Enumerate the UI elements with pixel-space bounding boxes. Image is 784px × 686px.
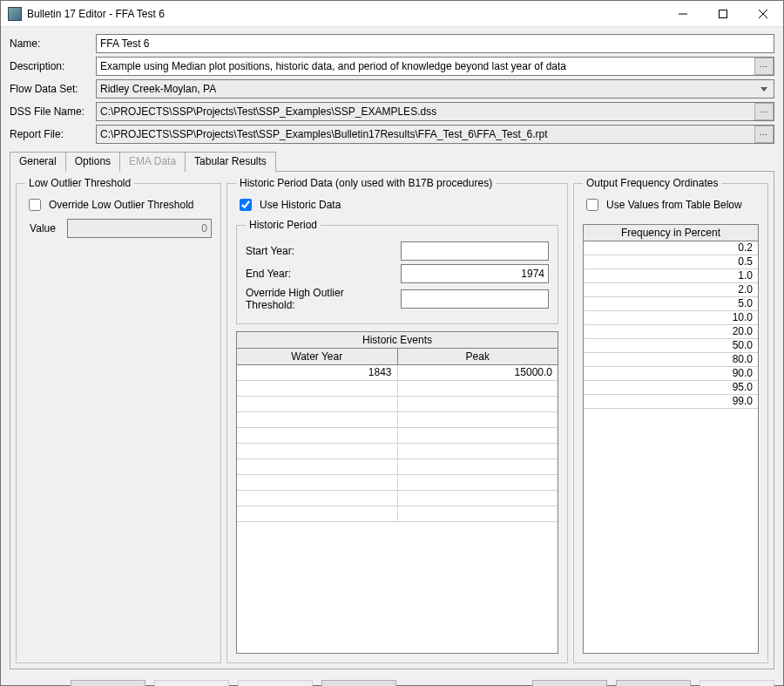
report-browse-button[interactable]: ... (754, 126, 774, 143)
table-row[interactable] (237, 506, 558, 522)
table-row[interactable] (237, 381, 558, 397)
window-title: Bulletin 17 Editor - FFA Test 6 (27, 8, 663, 20)
description-label: Description: (10, 60, 92, 72)
low-value-input (67, 219, 212, 238)
minimize-button[interactable] (663, 1, 703, 26)
frequency-row[interactable]: 99.0 (584, 395, 758, 409)
cell-water-year[interactable]: 1843 (237, 365, 398, 380)
frequency-row[interactable]: 2.0 (584, 283, 758, 297)
plot-curve-button: Plot Curve (154, 680, 229, 686)
cell-peak[interactable] (398, 506, 558, 521)
override-high-outlier-input[interactable] (401, 289, 549, 309)
frequency-row[interactable]: 90.0 (584, 367, 758, 381)
dss-file-input[interactable] (96, 102, 774, 121)
end-year-label: End Year: (246, 268, 395, 280)
table-row[interactable] (237, 459, 558, 475)
low-outlier-group: Low Outlier Threshold Override Low Outli… (16, 177, 221, 663)
cell-water-year[interactable] (237, 428, 398, 443)
cell-peak[interactable] (398, 381, 558, 396)
button-bar: Compute Plot Curve View Report Print OK … (1, 673, 783, 686)
cell-peak[interactable]: 15000.0 (398, 365, 558, 380)
low-outlier-legend: Low Outlier Threshold (25, 177, 134, 189)
tab-general[interactable]: General (10, 152, 66, 172)
override-high-outlier-label: Override High Outlier Threshold: (246, 287, 395, 311)
titlebar: Bulletin 17 Editor - FFA Test 6 (1, 1, 783, 27)
table-row[interactable]: 184315000.0 (237, 365, 558, 381)
window: Bulletin 17 Editor - FFA Test 6 Name: De… (0, 0, 784, 686)
cell-peak[interactable] (398, 412, 558, 427)
view-report-button: View Report (238, 680, 313, 686)
frequency-row[interactable]: 95.0 (584, 381, 758, 395)
cell-water-year[interactable] (237, 506, 398, 521)
tab-options[interactable]: Options (65, 152, 120, 172)
print-button[interactable]: Print (321, 680, 396, 686)
table-row[interactable] (237, 475, 558, 491)
cell-peak[interactable] (398, 444, 558, 458)
override-low-outlier-checkbox[interactable] (29, 199, 41, 211)
col-peak: Peak (398, 349, 558, 364)
historic-legend: Historic Period Data (only used with B17… (236, 177, 496, 189)
cell-water-year[interactable] (237, 475, 398, 490)
low-value-label: Value (25, 222, 60, 234)
frequency-row[interactable]: 10.0 (584, 311, 758, 325)
start-year-input[interactable] (401, 241, 549, 261)
flow-data-select[interactable]: Ridley Creek-Moylan, PA (96, 79, 774, 98)
table-row[interactable] (237, 412, 558, 428)
start-year-label: Start Year: (246, 245, 395, 257)
flow-data-label: Flow Data Set: (10, 83, 92, 95)
frequency-header: Frequency in Percent (584, 225, 758, 241)
use-historic-checkbox[interactable] (240, 199, 252, 211)
cell-peak[interactable] (398, 459, 558, 474)
use-values-checkbox-label[interactable]: Use Values from Table Below (583, 196, 759, 214)
historic-period-inner: Historic Period Start Year: End Year: Ov… (236, 219, 558, 324)
cell-peak[interactable] (398, 428, 558, 443)
cell-water-year[interactable] (237, 397, 398, 411)
frequency-row[interactable]: 5.0 (584, 297, 758, 311)
end-year-input[interactable] (401, 264, 549, 283)
table-row[interactable] (237, 428, 558, 444)
frequency-grid[interactable]: Frequency in Percent 0.20.51.02.05.010.0… (583, 224, 759, 654)
svg-rect-1 (720, 10, 727, 17)
ok-button[interactable]: OK (532, 680, 607, 686)
tab-ema-data: EMA Data (119, 152, 186, 172)
tab-strip: General Options EMA Data Tabular Results (10, 151, 774, 172)
maximize-button[interactable] (703, 1, 743, 26)
frequency-row[interactable]: 20.0 (584, 325, 758, 339)
close-button[interactable] (743, 1, 783, 26)
dss-file-label: DSS File Name: (10, 105, 92, 118)
frequency-row[interactable]: 0.2 (584, 241, 758, 255)
frequency-row[interactable]: 0.5 (584, 255, 758, 269)
frequency-row[interactable]: 80.0 (584, 353, 758, 367)
cell-water-year[interactable] (237, 381, 398, 396)
cell-water-year[interactable] (237, 412, 398, 427)
description-input[interactable] (96, 57, 774, 76)
cell-water-year[interactable] (237, 491, 398, 506)
cancel-button[interactable]: Cancel (616, 680, 691, 686)
apply-button: Apply (700, 680, 774, 686)
cell-peak[interactable] (398, 491, 558, 506)
override-low-outlier-checkbox-label[interactable]: Override Low Outlier Threshold (25, 196, 212, 214)
dss-browse-button[interactable]: ... (754, 103, 774, 120)
cell-peak[interactable] (398, 475, 558, 490)
col-water-year: Water Year (237, 349, 398, 364)
report-file-input[interactable] (96, 125, 774, 144)
use-historic-checkbox-label[interactable]: Use Historic Data (236, 196, 558, 214)
compute-button[interactable]: Compute (71, 680, 145, 686)
description-browse-button[interactable]: ... (754, 58, 774, 75)
content-area: Name: Description: ... Flow Data Set: Ri… (1, 27, 783, 673)
table-row[interactable] (237, 444, 558, 459)
frequency-row[interactable]: 1.0 (584, 269, 758, 283)
use-values-checkbox[interactable] (586, 199, 598, 211)
cell-peak[interactable] (398, 397, 558, 411)
hp-legend: Historic Period (246, 219, 321, 231)
frequency-row[interactable]: 50.0 (584, 339, 758, 353)
name-input[interactable] (96, 34, 774, 53)
name-label: Name: (10, 37, 92, 50)
historic-events-grid[interactable]: Historic Events Water Year Peak 18431500… (236, 331, 558, 654)
tab-tabular-results[interactable]: Tabular Results (185, 152, 276, 172)
cell-water-year[interactable] (237, 459, 398, 474)
table-row[interactable] (237, 491, 558, 506)
table-row[interactable] (237, 397, 558, 412)
cell-water-year[interactable] (237, 444, 398, 458)
report-file-label: Report File: (10, 128, 92, 140)
